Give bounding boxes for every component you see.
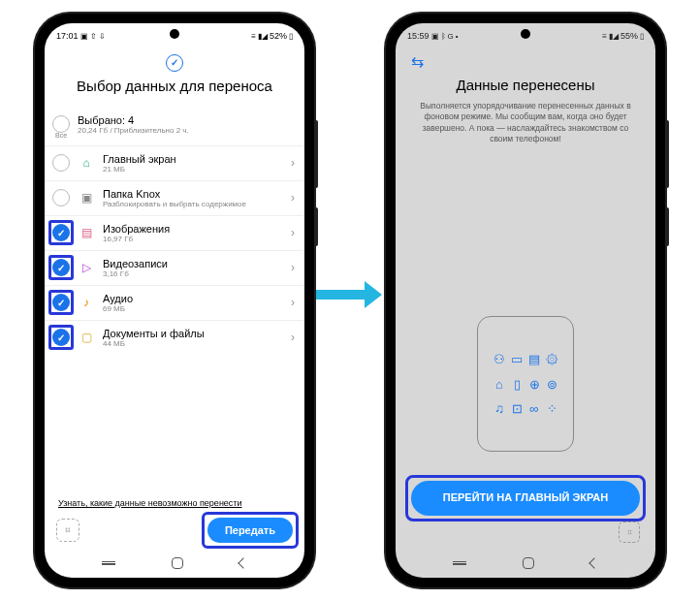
- docs-icon: ▢: [78, 329, 95, 346]
- icon-down: ⇩: [99, 32, 106, 41]
- nav-bar: [45, 549, 304, 578]
- header: Выбор данных для переноса: [45, 45, 304, 104]
- row-images[interactable]: ▤Изображения16,97 Гб›: [45, 215, 304, 250]
- app-grid-icon: ۞: [544, 352, 559, 367]
- row-sub: 21 МБ: [103, 165, 283, 174]
- status-time: 17:01: [56, 31, 79, 41]
- icon-g: G: [448, 32, 454, 41]
- cannot-transfer-link[interactable]: Узнать, какие данные невозможно перенест…: [45, 494, 304, 514]
- highlight-box: [202, 512, 299, 549]
- row-title: Папка Knox: [103, 188, 283, 200]
- app-grid-icon: ▯: [509, 377, 525, 392]
- app-grid-icon: ⚇: [492, 352, 507, 367]
- images-icon: ▤: [78, 224, 95, 241]
- row-title: Аудио: [103, 293, 283, 304]
- row-sub: 16,97 Гб: [103, 235, 283, 243]
- row-sub: 44 МБ: [103, 339, 283, 348]
- row-title: Видеозаписи: [103, 258, 283, 269]
- icon-bt: ᛒ: [441, 32, 446, 41]
- app-grid-icon: ♫: [492, 401, 507, 416]
- checkbox-home[interactable]: [52, 154, 70, 172]
- app-grid-icon: ⁘: [544, 401, 559, 416]
- row-docs[interactable]: ▢Документы и файлы44 МБ›: [45, 320, 304, 355]
- highlight-box: [48, 290, 74, 315]
- summary-sub: 20,24 Гб / Приблизительно 2 ч.: [78, 126, 295, 135]
- home-icon: ⌂: [78, 154, 95, 172]
- volume-button: [314, 120, 318, 188]
- row-audio[interactable]: ♪Аудио69 МБ›: [45, 285, 304, 320]
- row-knox[interactable]: ▣Папка KnoxРазблокировать и выбрать соде…: [45, 180, 304, 215]
- nav-home[interactable]: [523, 557, 534, 569]
- page-title: Выбор данных для переноса: [58, 78, 291, 94]
- phone-target: 15:59 ▣ ᛒ G • ≡ ▮◢ 55% ▯ ⇆ Данные перене…: [386, 14, 665, 587]
- row-title: Главный экран: [103, 153, 283, 165]
- page-title: Данные перенесены: [411, 77, 640, 93]
- row-title: Документы и файлы: [103, 328, 283, 339]
- icon-screenshot: ▣: [80, 32, 88, 41]
- app-grid-icon: ⊡: [509, 401, 525, 416]
- row-home[interactable]: ⌂Главный экран21 МБ›: [45, 145, 304, 180]
- signal-icon: ▮◢: [258, 32, 268, 41]
- chevron-right-icon: ›: [291, 261, 295, 274]
- volte-icon: ≡: [602, 32, 607, 41]
- check-circle-icon: [166, 54, 183, 72]
- chevron-right-icon: ›: [291, 226, 295, 239]
- chevron-right-icon: ›: [291, 296, 295, 309]
- power-button: [314, 207, 318, 246]
- select-all-label: Все: [52, 132, 70, 139]
- app-grid-icon: ⊚: [544, 377, 559, 392]
- icon-screenshot: ▣: [431, 32, 439, 41]
- highlight-box: [48, 220, 74, 245]
- transfer-icon: ⇆: [411, 52, 640, 71]
- chevron-right-icon: ›: [291, 156, 295, 170]
- nav-recent[interactable]: [453, 561, 466, 565]
- battery-pct: 52%: [270, 31, 287, 41]
- app-grid-icon: ⌂: [492, 377, 507, 392]
- nav-home[interactable]: [172, 557, 183, 569]
- transfer-arrow-icon: [316, 281, 382, 308]
- front-camera: [521, 29, 530, 39]
- app-grid-icon: ⊕: [526, 377, 542, 392]
- data-list: Все Выбрано: 4 20,24 Гб / Приблизительно…: [45, 104, 304, 495]
- nav-recent[interactable]: [102, 561, 115, 565]
- audio-icon: ♪: [78, 294, 95, 311]
- highlight-box: [48, 325, 74, 350]
- row-title: Изображения: [103, 223, 283, 235]
- highlight-box: [48, 255, 74, 280]
- app-grid-icon: ∞: [526, 401, 542, 416]
- battery-pct: 55%: [620, 31, 638, 41]
- select-all-checkbox[interactable]: [52, 115, 70, 133]
- signal-icon: ▮◢: [609, 32, 619, 41]
- summary-title: Выбрано: 4: [78, 114, 295, 126]
- front-camera: [170, 29, 179, 39]
- checkbox-knox[interactable]: [52, 189, 70, 206]
- phone-source: 17:01 ▣ ⇧ ⇩ ≡ ▮◢ 52% ▯ Выбор данных для …: [35, 14, 314, 587]
- highlight-box: [405, 475, 646, 521]
- phone-outline-graphic: ⚇▭▤۞⌂▯⊕⊚♫⊡∞⁘: [477, 316, 574, 452]
- icon-dot: •: [456, 32, 459, 41]
- video-icon: ▷: [78, 259, 95, 276]
- battery-icon: ▯: [640, 32, 644, 41]
- nav-bar: [396, 549, 655, 578]
- volte-icon: ≡: [251, 32, 256, 41]
- row-sub: 69 МБ: [103, 304, 283, 313]
- qr-scan-button[interactable]: ⌗: [56, 519, 80, 542]
- chevron-right-icon: ›: [291, 191, 295, 205]
- status-time: 15:59: [407, 31, 430, 41]
- chevron-right-icon: ›: [291, 331, 295, 344]
- row-video[interactable]: ▷Видеозаписи3,16 Гб›: [45, 250, 304, 285]
- knox-icon: ▣: [78, 189, 95, 206]
- app-grid-icon: ▤: [526, 352, 542, 367]
- row-sub: 3,16 Гб: [103, 269, 283, 278]
- row-sub: Разблокировать и выбрать содержимое: [103, 200, 283, 208]
- nav-back[interactable]: [238, 557, 248, 568]
- nav-back[interactable]: [589, 557, 599, 568]
- qr-scan-button[interactable]: ⌗: [619, 521, 640, 543]
- row-summary[interactable]: Все Выбрано: 4 20,24 Гб / Приблизительно…: [45, 104, 304, 145]
- battery-icon: ▯: [289, 32, 293, 41]
- icon-up: ⇧: [90, 32, 97, 41]
- volume-button: [665, 120, 669, 188]
- power-button: [665, 207, 669, 246]
- app-grid-icon: ▭: [509, 352, 525, 367]
- description: Выполняется упорядочивание перенесенных …: [411, 101, 640, 145]
